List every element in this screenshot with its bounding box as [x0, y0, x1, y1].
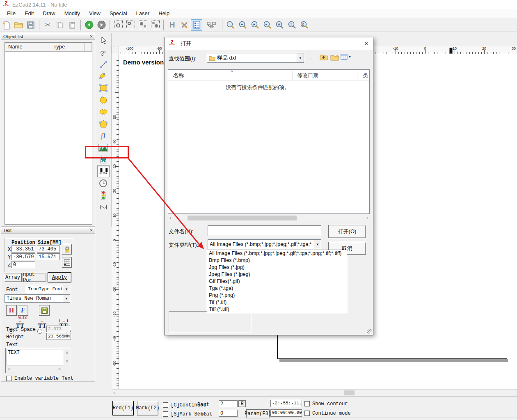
scroll-left-icon[interactable]: ‹ — [113, 390, 115, 395]
save-font-param-button[interactable] — [39, 305, 50, 316]
up-folder-icon[interactable] — [320, 54, 328, 62]
height-field[interactable]: 23.565MM — [46, 333, 71, 340]
file-type-option[interactable]: Tiff (*.tiff) — [207, 306, 347, 313]
z-position-field[interactable]: 0 — [11, 261, 35, 268]
zoom-move-icon[interactable]: + — [237, 19, 249, 31]
font-name-combobox[interactable]: Times New Roman ▼ — [5, 294, 70, 303]
apply-button[interactable]: Apply — [48, 272, 71, 282]
file-type-option[interactable]: Bmp Files (*.bmp) — [207, 257, 347, 264]
paste-button[interactable] — [66, 19, 78, 31]
scroll-left-icon[interactable]: < — [8, 367, 10, 372]
ellipse-tool-icon[interactable] — [97, 106, 110, 118]
text-content-value[interactable]: TEXT — [7, 349, 63, 365]
column-header-name[interactable]: Name — [5, 43, 50, 52]
menu-item[interactable]: View — [85, 9, 105, 17]
file-name-input[interactable] — [208, 225, 321, 236]
font-style-button[interactable]: F — [18, 305, 28, 316]
file-type-option[interactable]: Jpeg Files (*.jpeg) — [207, 271, 347, 278]
copy-button[interactable] — [54, 19, 66, 31]
chevron-down-icon[interactable]: ▼ — [314, 240, 321, 249]
column-header-type[interactable]: Type — [50, 43, 85, 52]
chevron-down-icon[interactable]: ▼ — [297, 53, 304, 62]
object-op-button-3[interactable] — [137, 19, 149, 31]
resize-grip[interactable] — [367, 329, 372, 334]
menu-item[interactable]: Laser — [132, 9, 154, 17]
file-type-option[interactable]: Png (*.png) — [207, 292, 347, 299]
look-in-combobox[interactable]: 样品 dxf ▼ — [207, 53, 304, 63]
scrollbar-thumb[interactable] — [344, 390, 355, 395]
part-count-field[interactable]: 2 — [219, 400, 238, 407]
lock-ratio-button[interactable] — [62, 244, 72, 255]
x-position-field[interactable]: -33.351 — [11, 246, 35, 252]
file-type-option[interactable]: Tif (*.tif) — [207, 299, 347, 306]
column-date-modified[interactable]: 修改日期 — [297, 72, 318, 79]
hatch-button[interactable]: H — [166, 19, 178, 31]
menu-item[interactable]: Edit — [20, 9, 38, 17]
back-arrow-icon[interactable]: ← — [309, 54, 316, 62]
file-list-hscrollbar[interactable]: ‹ › — [168, 215, 370, 221]
hatch-text-button[interactable]: H — [6, 305, 17, 316]
distance-tool-icon[interactable] — [97, 201, 110, 213]
curve-tool-icon[interactable] — [97, 70, 110, 82]
menu-item[interactable]: Help — [154, 9, 174, 17]
zoom-selection-icon[interactable]: □ — [286, 19, 298, 31]
menu-item[interactable]: File — [2, 9, 20, 17]
continue-mode-checkbox[interactable] — [304, 411, 310, 416]
scroll-left-icon[interactable]: ‹ — [169, 215, 171, 220]
polygon-tool-icon[interactable] — [97, 118, 110, 130]
text-space-field[interactable]: 2.373 — [46, 326, 70, 332]
tab-input-port[interactable]: nput Por — [23, 273, 46, 282]
file-type-option[interactable]: All Image Files (*.bmp;*.jpg;*.jpeg;*.gi… — [207, 250, 347, 257]
chevron-down-icon[interactable]: ▼ — [63, 285, 70, 293]
node-structure-button[interactable] — [206, 19, 217, 31]
mark-selected-checkbox[interactable] — [163, 411, 168, 417]
reset-part-button[interactable]: R — [238, 400, 246, 407]
circle-tool-icon[interactable] — [97, 94, 110, 106]
io-traffic-light-tool-icon[interactable] — [97, 189, 110, 201]
red-f1-button[interactable]: Red(F1) — [112, 401, 134, 415]
redo-button[interactable] — [96, 19, 107, 31]
scroll-right-icon[interactable]: › — [366, 215, 368, 220]
close-icon[interactable]: × — [90, 34, 93, 39]
object-op-button-1[interactable] — [112, 19, 124, 31]
file-type-option[interactable]: Jpg Files (*.jpg) — [207, 264, 347, 271]
mark-f2-button[interactable]: Mark(F2) — [137, 401, 158, 415]
column-type[interactable]: 类 — [363, 72, 368, 79]
chevron-down-icon[interactable]: ▼ — [63, 295, 70, 302]
enable-variable-checkbox[interactable] — [6, 376, 11, 381]
select-tool-icon[interactable] — [97, 34, 110, 46]
open-file-button[interactable] — [13, 19, 24, 31]
menu-item[interactable]: Modify — [60, 9, 85, 17]
text-tool-icon[interactable]: fI — [97, 130, 110, 142]
view-menu-icon[interactable]: ▼ — [341, 54, 351, 60]
open-button[interactable]: 打开(O) — [328, 225, 366, 238]
file-type-option[interactable]: Gif Files(*.gif) — [207, 278, 347, 285]
open-dialog-titlebar[interactable]: 2 EZCAD 打开 × — [165, 37, 373, 50]
show-contour-checkbox[interactable] — [304, 401, 310, 406]
zoom-all-icon[interactable]: A — [274, 19, 286, 31]
zoom-in-icon[interactable]: + — [249, 19, 261, 31]
scroll-up-icon[interactable]: ∧ — [66, 351, 69, 355]
cut-button[interactable]: ✂ — [42, 19, 53, 31]
file-type-combobox[interactable]: All Image Files (*.bmp;*.jpg;*.jpeg;*.gi… — [208, 239, 321, 249]
canvas-hscrollbar[interactable]: ‹ — [112, 389, 517, 396]
zoom-view-icon[interactable] — [225, 19, 236, 31]
close-icon[interactable]: × — [90, 228, 93, 232]
space-char-radio[interactable] — [37, 329, 42, 334]
file-type-option[interactable]: Tga (*.tga) — [207, 285, 347, 292]
continuous-checkbox[interactable] — [163, 402, 168, 408]
node-edit-tool-icon[interactable] — [97, 46, 110, 58]
text-content-box[interactable]: TEXT ∧ ∨ < > — [5, 348, 71, 373]
menu-item[interactable]: Special — [105, 9, 132, 17]
anchor-grid-button[interactable] — [62, 257, 72, 268]
line-tool-icon[interactable] — [97, 58, 110, 70]
x-size-field[interactable]: 73.405 — [37, 246, 60, 252]
y-size-field[interactable]: 15.671 — [37, 253, 60, 260]
font-type-combobox[interactable]: TrueType Font-15 ▼ — [26, 285, 70, 293]
total-count-field[interactable]: 0 — [219, 410, 238, 417]
object-op-button-2[interactable] — [125, 19, 136, 31]
menu-item[interactable]: Draw — [38, 9, 59, 17]
close-icon[interactable]: × — [364, 40, 368, 47]
param-f3-button[interactable]: Param(F3) — [246, 409, 270, 418]
rectangle-tool-icon[interactable] — [97, 82, 110, 94]
